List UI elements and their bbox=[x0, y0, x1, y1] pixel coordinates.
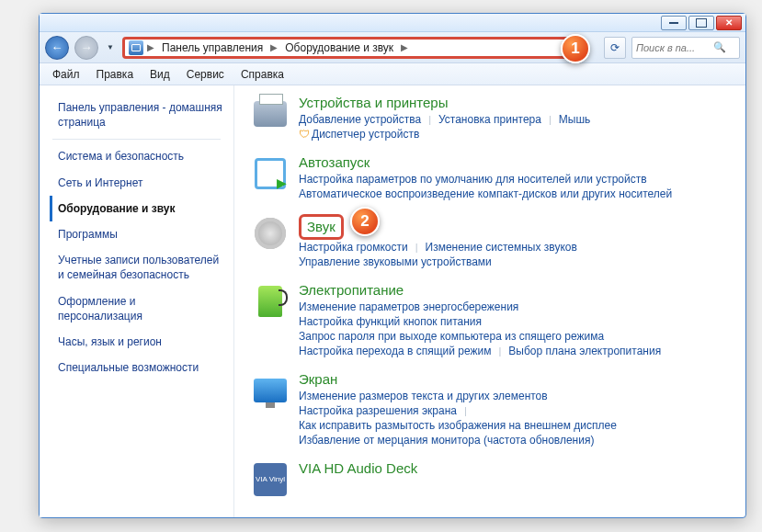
chevron-right-icon[interactable]: ▶ bbox=[268, 42, 279, 52]
history-dropdown-icon[interactable]: ▼ bbox=[104, 39, 117, 57]
close-button[interactable]: ✕ bbox=[716, 16, 742, 30]
via-icon: VIA Vinyl bbox=[251, 460, 290, 499]
section-title-autorun[interactable]: Автозапуск bbox=[299, 154, 370, 170]
battery-icon bbox=[251, 282, 290, 321]
sidebar-home[interactable]: Панель управления - домашняя страница bbox=[52, 95, 233, 135]
section-title-sound[interactable]: Звук bbox=[307, 219, 336, 234]
sidebar: Панель управления - домашняя страница Си… bbox=[40, 85, 234, 517]
window-body: Панель управления - домашняя страница Си… bbox=[40, 85, 745, 517]
annotation-callout-2: 2 bbox=[350, 207, 380, 236]
section-autorun: Автозапуск Настройка параметров по умолч… bbox=[251, 154, 734, 201]
menu-edit[interactable]: Правка bbox=[89, 66, 142, 83]
back-button[interactable]: ← bbox=[45, 36, 69, 60]
content-area: Устройства и принтеры Добавление устройс… bbox=[234, 85, 745, 517]
link-autorun-defaults[interactable]: Настройка параметров по умолчанию для но… bbox=[299, 172, 647, 187]
menu-tools[interactable]: Сервис bbox=[179, 66, 232, 83]
link-resolution[interactable]: Настройка разрешения экрана bbox=[299, 403, 457, 418]
address-bar[interactable]: ▶ Панель управления ▶ Оборудование и зву… bbox=[122, 37, 573, 59]
speaker-icon bbox=[251, 214, 290, 253]
annotation-callout-1: 1 bbox=[561, 34, 590, 63]
forward-button[interactable]: → bbox=[74, 36, 98, 60]
section-title-power[interactable]: Электропитание bbox=[299, 282, 404, 298]
menu-help[interactable]: Справка bbox=[233, 66, 291, 83]
section-via-audio: VIA Vinyl VIA HD Audio Deck bbox=[251, 460, 734, 499]
section-title-via[interactable]: VIA HD Audio Deck bbox=[299, 460, 417, 476]
shield-icon: 🛡 bbox=[299, 128, 310, 141]
link-flicker[interactable]: Избавление от мерцания монитора (частота… bbox=[299, 433, 594, 447]
section-title-devices[interactable]: Устройства и принтеры bbox=[299, 95, 448, 110]
maximize-button[interactable] bbox=[688, 16, 714, 30]
control-panel-window: ✕ ← → ▼ ▶ Панель управления ▶ Оборудован… bbox=[39, 13, 746, 518]
link-blur-fix[interactable]: Как исправить размытость изображения на … bbox=[299, 418, 617, 433]
navigation-bar: ← → ▼ ▶ Панель управления ▶ Оборудование… bbox=[40, 32, 745, 63]
link-volume[interactable]: Настройка громкости bbox=[299, 240, 408, 255]
search-box[interactable]: 🔍 bbox=[631, 37, 740, 59]
breadcrumb-root[interactable]: Панель управления bbox=[158, 40, 267, 56]
sidebar-item-accounts[interactable]: Учетные записи пользователей и семейная … bbox=[52, 247, 233, 288]
printer-icon bbox=[251, 95, 290, 133]
breadcrumb-current[interactable]: Оборудование и звук bbox=[281, 40, 397, 56]
chevron-right-icon[interactable]: ▶ bbox=[399, 42, 410, 52]
link-power-plan[interactable]: Выбор плана электропитания bbox=[508, 344, 661, 358]
menu-file[interactable]: Файл bbox=[45, 66, 87, 83]
section-screen: Экран Изменение размеров текста и других… bbox=[251, 371, 734, 447]
refresh-button[interactable]: ⟳ bbox=[604, 37, 626, 59]
minimize-button[interactable] bbox=[661, 16, 687, 30]
menu-view[interactable]: Вид bbox=[142, 66, 177, 83]
sidebar-item-system[interactable]: Система и безопасность bbox=[52, 143, 233, 169]
link-system-sounds[interactable]: Изменение системных звуков bbox=[426, 240, 577, 255]
section-sound: Звук 2 Настройка громкости| Изменение си… bbox=[251, 214, 734, 269]
section-title-screen[interactable]: Экран bbox=[299, 371, 337, 387]
search-icon[interactable]: 🔍 bbox=[713, 41, 726, 53]
sidebar-item-hardware[interactable]: Оборудование и звук bbox=[50, 196, 233, 221]
divider bbox=[52, 139, 221, 140]
link-power-password[interactable]: Запрос пароля при выходе компьютера из с… bbox=[299, 329, 604, 344]
menu-bar: Файл Правка Вид Сервис Справка bbox=[40, 63, 745, 85]
section-power: Электропитание Изменение параметров энер… bbox=[251, 282, 734, 358]
sidebar-item-appearance[interactable]: Оформление и персонализация bbox=[52, 289, 233, 329]
sidebar-item-ease[interactable]: Специальные возможности bbox=[52, 355, 233, 380]
link-autorun-cd[interactable]: Автоматическое воспроизведение компакт-д… bbox=[299, 187, 672, 201]
link-add-device[interactable]: Добавление устройства bbox=[299, 112, 421, 127]
link-power-buttons[interactable]: Настройка функций кнопок питания bbox=[299, 314, 482, 329]
link-mouse[interactable]: Мышь bbox=[559, 112, 591, 127]
link-power-save[interactable]: Изменение параметров энергосбережения bbox=[299, 300, 518, 314]
sidebar-item-programs[interactable]: Программы bbox=[52, 221, 233, 247]
sidebar-item-clock[interactable]: Часы, язык и регион bbox=[52, 329, 233, 355]
link-device-manager[interactable]: Диспетчер устройств bbox=[312, 127, 419, 141]
monitor-icon bbox=[251, 371, 290, 410]
title-bar: ✕ bbox=[40, 14, 745, 32]
link-text-size[interactable]: Изменение размеров текста и других элеме… bbox=[299, 389, 548, 403]
section-devices: Устройства и принтеры Добавление устройс… bbox=[251, 95, 734, 141]
autoplay-icon bbox=[251, 154, 290, 193]
link-install-printer[interactable]: Установка принтера bbox=[438, 112, 541, 127]
sidebar-item-network[interactable]: Сеть и Интернет bbox=[52, 170, 233, 196]
sound-highlight-box: Звук bbox=[299, 214, 344, 240]
chevron-right-icon[interactable]: ▶ bbox=[145, 42, 156, 52]
search-input[interactable] bbox=[636, 42, 710, 53]
link-power-sleep[interactable]: Настройка перехода в спящий режим bbox=[299, 344, 491, 358]
link-audio-devices[interactable]: Управление звуковыми устройствами bbox=[299, 255, 492, 269]
control-panel-icon bbox=[129, 40, 143, 55]
